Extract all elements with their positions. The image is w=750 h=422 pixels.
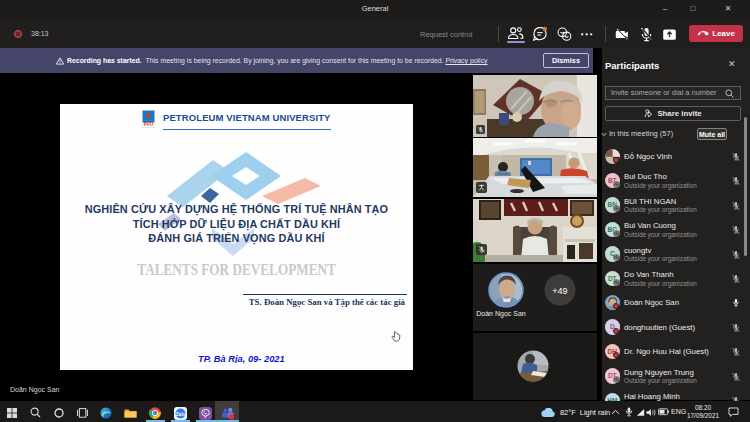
svg-text:Doàn Ngọc San: Doàn Ngọc San <box>476 310 526 318</box>
svg-text:Zalo: Zalo <box>176 411 186 416</box>
svg-text:PVU: PVU <box>144 122 154 127</box>
svg-text:+49: +49 <box>552 286 567 296</box>
